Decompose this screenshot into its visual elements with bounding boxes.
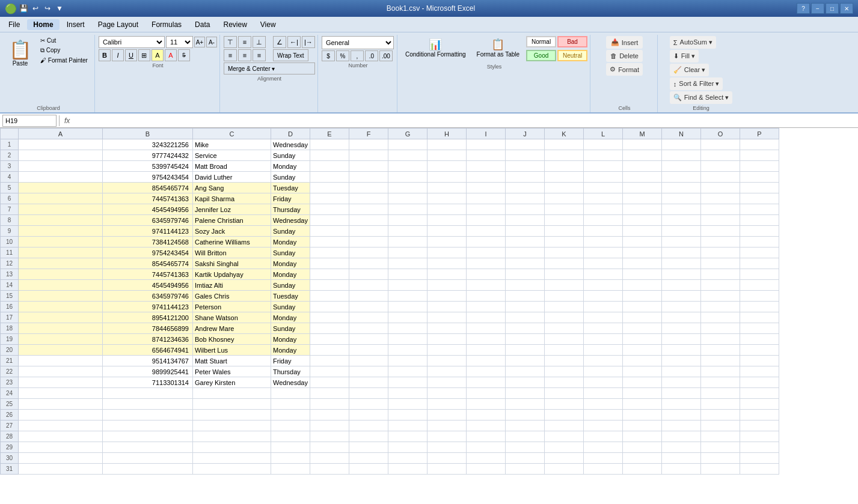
cell-reference-box[interactable]: H19 [2,115,57,127]
cell-empty[interactable] [545,410,584,421]
cell-empty[interactable] [662,161,701,172]
cell-empty[interactable] [349,377,388,388]
cell-empty[interactable] [545,323,584,334]
cell-empty[interactable] [584,237,623,247]
cell-empty[interactable] [310,269,349,280]
row-number[interactable]: 23 [1,377,19,388]
cell-empty[interactable] [310,399,349,410]
cell-empty[interactable] [701,453,740,464]
align-middle-btn[interactable]: ≡ [238,36,251,48]
cell-empty[interactable] [506,215,545,226]
cell-empty[interactable] [388,183,427,193]
cell-a[interactable] [19,193,103,204]
cell-empty[interactable] [506,269,545,280]
cell-c[interactable] [193,399,271,410]
menu-insert[interactable]: Insert [61,19,91,30]
row-number[interactable]: 4 [1,172,19,183]
cell-empty[interactable] [388,258,427,269]
cell-d[interactable]: Sunday [271,302,310,312]
cell-empty[interactable] [310,204,349,215]
align-top-btn[interactable]: ⊤ [224,36,237,48]
decrease-decimal-btn[interactable]: .0 [365,50,378,61]
cell-empty[interactable] [701,464,740,475]
row-number[interactable]: 12 [1,258,19,269]
cell-empty[interactable] [623,421,662,431]
cell-empty[interactable] [740,193,779,204]
select-all-btn[interactable] [1,129,19,139]
cell-empty[interactable] [467,442,506,453]
cell-a[interactable] [19,280,103,291]
cell-d[interactable] [271,399,310,410]
cell-empty[interactable] [427,464,467,475]
cell-a[interactable] [19,410,103,421]
cell-empty[interactable] [662,172,701,183]
cell-empty[interactable] [349,226,388,237]
font-color-button[interactable]: A [165,49,177,61]
cell-empty[interactable] [662,410,701,421]
redo-quick-btn[interactable]: ↪ [42,3,53,14]
row-number[interactable]: 19 [1,334,19,345]
cell-empty[interactable] [740,366,779,377]
cell-empty[interactable] [388,226,427,237]
cell-empty[interactable] [388,356,427,366]
save-quick-btn[interactable]: 💾 [18,3,29,14]
cell-b[interactable]: 7844656899 [103,323,193,334]
cell-empty[interactable] [467,356,506,366]
cell-empty[interactable] [467,291,506,302]
cell-empty[interactable] [623,161,662,172]
col-header-i[interactable]: I [467,129,506,139]
cell-empty[interactable] [467,302,506,312]
window-help-btn[interactable]: ? [797,3,810,14]
cell-empty[interactable] [623,334,662,345]
row-number[interactable]: 15 [1,291,19,302]
cell-empty[interactable] [740,237,779,247]
cell-empty[interactable] [545,334,584,345]
cell-empty[interactable] [701,258,740,269]
cell-empty[interactable] [310,366,349,377]
underline-button[interactable]: U [125,49,137,61]
paste-button[interactable]: 📋 Paste [5,36,35,104]
cell-empty[interactable] [584,312,623,323]
cell-b[interactable]: 5399745424 [103,161,193,172]
cell-d[interactable]: Friday [271,193,310,204]
indent-increase-btn[interactable]: |→ [302,36,315,48]
col-header-k[interactable]: K [545,129,584,139]
cell-empty[interactable] [506,161,545,172]
cell-d[interactable]: Monday [271,312,310,323]
cell-c[interactable]: Matt Stuart [193,356,271,366]
cell-empty[interactable] [701,431,740,442]
cell-empty[interactable] [701,377,740,388]
style-bad[interactable]: Bad [557,36,587,47]
cell-b[interactable] [103,399,193,410]
cell-empty[interactable] [427,334,467,345]
cell-empty[interactable] [545,172,584,183]
cell-empty[interactable] [349,161,388,172]
cell-empty[interactable] [388,172,427,183]
cell-empty[interactable] [701,442,740,453]
cell-empty[interactable] [467,323,506,334]
cell-empty[interactable] [349,269,388,280]
cell-empty[interactable] [467,204,506,215]
row-number[interactable]: 11 [1,247,19,258]
menu-formulas[interactable]: Formulas [146,19,188,30]
cell-empty[interactable] [623,183,662,193]
cell-empty[interactable] [506,453,545,464]
fill-button[interactable]: ⬇Fill ▾ [670,50,699,62]
cell-empty[interactable] [506,183,545,193]
cell-d[interactable]: Monday [271,161,310,172]
cell-empty[interactable] [623,302,662,312]
cell-empty[interactable] [467,150,506,161]
cell-empty[interactable] [584,193,623,204]
cell-empty[interactable] [623,453,662,464]
cell-empty[interactable] [427,431,467,442]
cell-empty[interactable] [427,139,467,150]
cell-empty[interactable] [349,388,388,399]
col-header-c[interactable]: C [193,129,271,139]
cell-empty[interactable] [349,312,388,323]
cell-empty[interactable] [388,334,427,345]
cell-c[interactable]: Matt Broad [193,161,271,172]
cell-empty[interactable] [467,453,506,464]
cell-b[interactable]: 9754243454 [103,172,193,183]
align-left-btn[interactable]: ≡ [224,49,237,61]
cell-empty[interactable] [388,345,427,356]
